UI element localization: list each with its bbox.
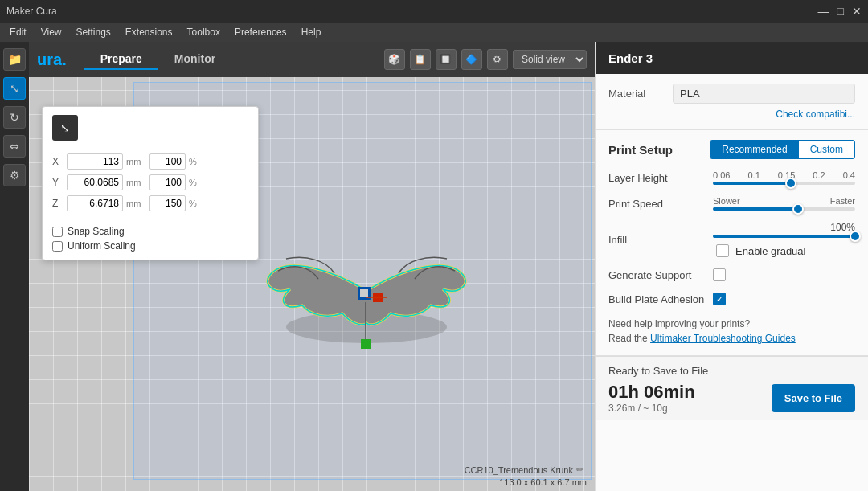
right-panel: Ender 3 Material PLA Check compatibi... … xyxy=(595,42,868,491)
mode-buttons: Recommended Custom xyxy=(710,140,855,159)
menu-extensions[interactable]: Extensions xyxy=(119,25,179,39)
scale-z-pct[interactable] xyxy=(149,195,186,211)
layer-height-fill xyxy=(713,182,791,185)
view-mode-select[interactable]: Solid view X-Ray Layer view xyxy=(513,50,587,69)
compat-link[interactable]: Check compatibi... xyxy=(608,108,855,120)
logo-text: ura xyxy=(37,51,62,68)
mode-custom-btn[interactable]: Custom xyxy=(799,141,854,158)
scale-y-input[interactable] xyxy=(67,174,123,190)
material-row: Material PLA xyxy=(608,84,855,104)
layer-height-label: Layer Height xyxy=(608,172,705,184)
scale-y-pct[interactable] xyxy=(149,174,186,190)
close-button[interactable]: ✕ xyxy=(852,5,862,18)
scale-x-unit: mm xyxy=(126,157,146,166)
model-edit-icon[interactable]: ✏ xyxy=(576,464,583,475)
print-speed-track[interactable] xyxy=(713,207,855,211)
tool-scale[interactable]: ⤡ xyxy=(3,77,26,100)
scale-y-unit: mm xyxy=(126,178,146,187)
ready-info: 01h 06min 3.26m / ~ 10g xyxy=(608,382,695,414)
enable-gradual-label: Enable gradual xyxy=(735,245,805,257)
layer-height-track[interactable] xyxy=(713,182,855,185)
infill-track[interactable] xyxy=(713,235,855,238)
print-setup-section: Print Setup Recommended Custom Layer Hei… xyxy=(596,130,868,356)
generate-support-checkbox[interactable] xyxy=(713,268,726,281)
scale-x-input[interactable] xyxy=(67,153,123,170)
left-toolbar: 📁 ⤡ ↻ ⇔ ⚙ xyxy=(0,42,29,491)
menu-view[interactable]: View xyxy=(35,25,68,39)
scale-y-pct-unit: % xyxy=(189,178,197,187)
uniform-scaling-row: Uniform Scaling xyxy=(52,240,248,252)
scale-z-input[interactable] xyxy=(67,195,123,211)
snap-scaling-label[interactable]: Snap Scaling xyxy=(68,226,125,237)
enable-gradual-checkbox[interactable] xyxy=(716,244,729,257)
view-layers-icon[interactable]: 📋 xyxy=(410,49,431,70)
base-cube xyxy=(361,339,371,349)
print-speed-label: Print Speed xyxy=(608,198,705,210)
help-text-1: Need help improving your prints? xyxy=(608,318,750,329)
axis-z-label: Z xyxy=(52,198,63,209)
view-permodel-icon[interactable]: ⚙ xyxy=(487,49,508,70)
lh-val-1: 0.06 xyxy=(713,170,730,180)
scale-panel: ⤡ X mm % Y mm % Z mm xyxy=(42,106,259,260)
infill-control: 100% Enable gradual xyxy=(713,222,855,257)
infill-thumb[interactable] xyxy=(850,231,861,242)
viewport-toolbar: ura. Prepare Monitor 🎲 📋 🔲 🔷 ⚙ Solid vie… xyxy=(29,42,595,77)
logo-dot: . xyxy=(62,51,67,68)
tab-monitor[interactable]: Monitor xyxy=(158,49,231,70)
center-block xyxy=(360,289,368,297)
scale-z-unit: mm xyxy=(126,198,146,208)
snap-scaling-checkbox[interactable] xyxy=(52,227,63,237)
speed-labels: Slower Faster xyxy=(713,196,855,206)
model-name: CCR10_Tremendous Krunk xyxy=(465,465,573,475)
build-plate-control: ✓ xyxy=(713,293,855,305)
print-details: 3.26m / ~ 10g xyxy=(608,403,695,414)
build-plate-adhesion-row: Build Plate Adhesion ✓ xyxy=(608,293,855,305)
menu-help[interactable]: Help xyxy=(295,25,328,39)
material-value: PLA xyxy=(673,84,855,104)
scale-row-x: X mm % xyxy=(52,153,248,170)
tool-rotate[interactable]: ↻ xyxy=(3,106,26,129)
layer-height-thumb[interactable] xyxy=(785,178,796,189)
scale-z-pct-unit: % xyxy=(189,198,197,208)
menu-toolbox[interactable]: Toolbox xyxy=(181,25,227,39)
tool-settings[interactable]: ⚙ xyxy=(3,164,26,186)
speed-faster: Faster xyxy=(830,196,855,206)
menu-settings[interactable]: Settings xyxy=(69,25,117,39)
uniform-scaling-label[interactable]: Uniform Scaling xyxy=(68,240,136,252)
bat-svg xyxy=(262,219,471,355)
model-info: CCR10_Tremendous Krunk ✏ xyxy=(465,464,587,475)
menubar: Edit View Settings Extensions Toolbox Pr… xyxy=(0,23,868,42)
lh-val-2: 0.1 xyxy=(747,170,760,180)
snap-scaling-row: Snap Scaling xyxy=(52,226,248,237)
bat-model[interactable] xyxy=(262,219,471,355)
menu-preferences[interactable]: Preferences xyxy=(228,25,293,39)
lh-val-5: 0.4 xyxy=(843,170,855,180)
infill-row: Infill 100% Enable gradual xyxy=(608,222,855,257)
model-dimensions: 113.0 x 60.1 x 6.7 mm xyxy=(499,477,587,487)
view-linetype-icon[interactable]: 🔲 xyxy=(436,49,457,70)
minimize-button[interactable]: — xyxy=(818,5,829,18)
tab-prepare[interactable]: Prepare xyxy=(84,49,158,70)
window-controls[interactable]: — □ ✕ xyxy=(818,5,862,18)
view-support-icon[interactable]: 🔷 xyxy=(461,49,482,70)
viewport[interactable]: ura. Prepare Monitor 🎲 📋 🔲 🔷 ⚙ Solid vie… xyxy=(29,42,595,491)
help-link[interactable]: Ultimaker Troubleshooting Guides xyxy=(650,333,796,344)
menu-edit[interactable]: Edit xyxy=(3,25,33,39)
scale-x-pct[interactable] xyxy=(149,153,186,170)
printer-name: Ender 3 xyxy=(608,51,653,65)
tool-mirror[interactable]: ⇔ xyxy=(3,135,26,158)
tool-open-file[interactable]: 📁 xyxy=(3,48,26,71)
save-to-file-button[interactable]: Save to File xyxy=(772,384,855,412)
layer-height-labels: 0.06 0.1 0.15 0.2 0.4 xyxy=(713,170,855,180)
layer-height-control: 0.06 0.1 0.15 0.2 0.4 xyxy=(713,170,855,185)
uniform-scaling-checkbox[interactable] xyxy=(52,241,63,252)
scale-row-y: Y mm % xyxy=(52,174,248,190)
view-tabs: Prepare Monitor xyxy=(84,49,231,70)
printer-header: Ender 3 xyxy=(596,42,868,74)
maximize-button[interactable]: □ xyxy=(837,5,844,18)
view-3d-icon[interactable]: 🎲 xyxy=(384,49,405,70)
view-controls: 🎲 📋 🔲 🔷 ⚙ Solid view X-Ray Layer view xyxy=(384,49,587,70)
mode-recommended-btn[interactable]: Recommended xyxy=(710,141,798,158)
build-plate-checkbox[interactable]: ✓ xyxy=(713,293,726,305)
print-speed-thumb[interactable] xyxy=(792,203,804,215)
